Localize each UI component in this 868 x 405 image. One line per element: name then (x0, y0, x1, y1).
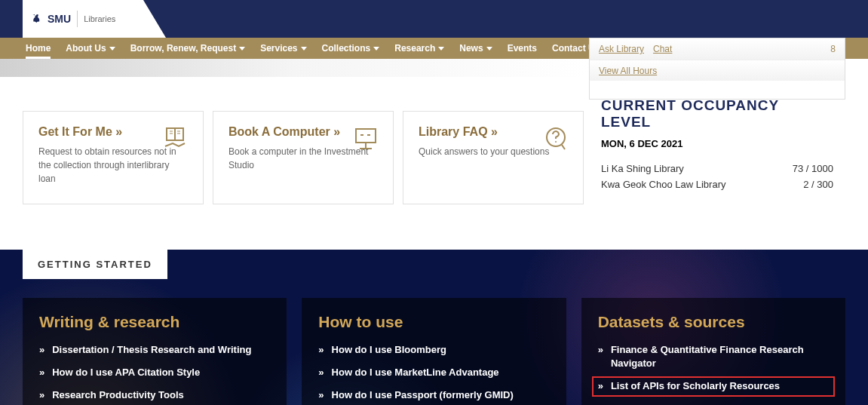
occupancy-date: MON, 6 DEC 2021 (601, 138, 833, 149)
gs-link[interactable]: »Research Productivity Tools (39, 388, 270, 402)
occupancy-panel: CURRENT OCCUPANCY LEVEL MON, 6 DEC 2021 … (589, 87, 845, 205)
ask-library-link[interactable]: Ask Library (599, 44, 644, 54)
raquo-icon: » (598, 403, 603, 405)
question-bubble-icon (542, 125, 569, 152)
gs-column-heading: Writing & research (39, 313, 270, 331)
logo-main-text: SMU (48, 13, 71, 25)
quick-card-1: Book A Computer »Book a computer in the … (213, 111, 394, 204)
nav-item-research[interactable]: Research (394, 43, 444, 54)
gs-link[interactable]: »How do I use APA Citation Style (39, 366, 270, 379)
nav-item-services[interactable]: Services (260, 43, 306, 54)
gradient-strip (0, 59, 589, 77)
top-header: SMU Libraries (0, 0, 868, 38)
gs-column: Writing & research»Dissertation / Thesis… (23, 298, 287, 405)
gs-link-label: Finance & Quantitative Finance Research … (611, 343, 829, 370)
nav-item-collections[interactable]: Collections (322, 43, 380, 54)
quick-card-0: Get It For Me »Request to obtain resourc… (23, 111, 204, 204)
gs-link[interactable]: »How do I use MarketLine Advantage (318, 366, 549, 379)
chevron-down-icon (109, 47, 115, 51)
chevron-down-icon (373, 47, 379, 51)
raquo-icon: » (39, 388, 44, 402)
gs-column: How to use»How do I use Bloomberg»How do… (302, 298, 566, 405)
lion-icon (30, 12, 44, 26)
gs-link-label: How do I use Passport (formerly GMID) (332, 388, 514, 402)
logo-area[interactable]: SMU Libraries (23, 0, 143, 38)
occupancy-row: Kwa Geok Choo Law Library2 / 300 (601, 179, 833, 190)
gs-link-label: How do I use Bloomberg (332, 343, 446, 357)
gs-column-heading: Datasets & sources (598, 313, 829, 331)
gs-link-label: Research Data Sources (611, 403, 720, 405)
occupancy-location: Li Ka Shing Library (601, 163, 684, 174)
quick-card-2: Library FAQ »Quick answers to your quest… (403, 111, 584, 204)
highlighted-item: »List of APIs for Scholarly Resources (592, 376, 835, 396)
gs-link-label: List of APIs for Scholarly Resources (611, 379, 780, 393)
gs-link[interactable]: »How do I use Bloomberg (318, 343, 549, 357)
gs-link[interactable]: »List of APIs for Scholarly Resources (598, 379, 829, 393)
gs-column-heading: How to use (318, 313, 549, 331)
nav-item-home[interactable]: Home (26, 43, 51, 59)
gs-link-label: How do I use MarketLine Advantage (332, 366, 499, 379)
chevron-down-icon (486, 47, 492, 51)
occupancy-value: 2 / 300 (803, 179, 833, 190)
gs-link-label: Dissertation / Thesis Research and Writi… (52, 343, 251, 357)
nav-item-news[interactable]: News (459, 43, 492, 54)
raquo-icon: » (318, 388, 324, 402)
occupancy-row: Li Ka Shing Library73 / 1000 (601, 163, 833, 174)
hours-count: 8 (830, 44, 836, 54)
gs-link[interactable]: »Finance & Quantitative Finance Research… (598, 343, 829, 370)
nav-item-events[interactable]: Events (508, 43, 537, 54)
getting-started-section: GETTING STARTED Writing & research»Disse… (0, 250, 868, 405)
raquo-icon: » (39, 343, 44, 357)
gs-link[interactable]: »How do I use Passport (formerly GMID) (318, 388, 549, 402)
chat-link[interactable]: Chat (653, 44, 672, 54)
raquo-icon: » (598, 379, 603, 393)
raquo-icon: » (39, 366, 44, 379)
book-hand-icon (162, 125, 189, 152)
logo-divider (77, 11, 78, 27)
occupancy-title: CURRENT OCCUPANCY LEVEL (601, 97, 833, 130)
nav-item-borrow-renew-request[interactable]: Borrow, Renew, Request (130, 43, 245, 54)
hours-panel: Ask Library Chat 8 View All Hours (589, 38, 845, 100)
computer-icon (352, 125, 379, 152)
gs-link[interactable]: »Research Data Sources (598, 403, 829, 405)
nav-item-about-us[interactable]: About Us (66, 43, 115, 54)
gs-link-label: How do I use APA Citation Style (52, 366, 200, 379)
chevron-down-icon (438, 47, 444, 51)
gs-link-label: Research Productivity Tools (52, 388, 184, 402)
logo-sub-text: Libraries (84, 14, 115, 23)
raquo-icon: » (318, 343, 324, 357)
gs-column: Datasets & sources»Finance & Quantitativ… (581, 298, 845, 405)
view-all-hours-link[interactable]: View All Hours (599, 66, 657, 76)
raquo-icon: » (598, 343, 603, 357)
chevron-down-icon (239, 47, 245, 51)
chevron-down-icon (301, 47, 307, 51)
svg-rect-6 (356, 129, 376, 143)
getting-started-tab[interactable]: GETTING STARTED (23, 250, 167, 279)
raquo-icon: » (318, 366, 324, 379)
occupancy-value: 73 / 1000 (793, 163, 833, 174)
occupancy-location: Kwa Geok Choo Law Library (601, 179, 725, 190)
svg-point-12 (555, 141, 557, 143)
gs-link[interactable]: »Dissertation / Thesis Research and Writ… (39, 343, 270, 357)
